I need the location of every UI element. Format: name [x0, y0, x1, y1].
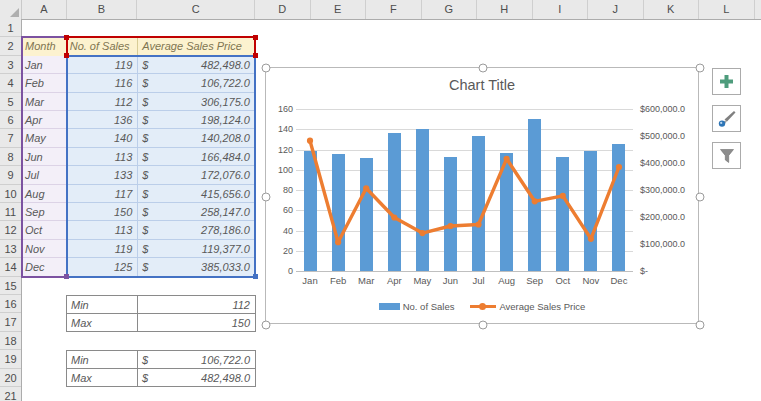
sales-max-value-cell[interactable]: 150: [137, 313, 256, 332]
row-header-13[interactable]: 13: [0, 240, 21, 258]
excel-worksheet: ABCDEFGHIJKL 123456789101112131415161718…: [0, 0, 761, 401]
left-axis-tick: 80: [266, 185, 293, 195]
row-header-17[interactable]: 17: [0, 313, 21, 331]
row-header-11[interactable]: 11: [0, 203, 21, 221]
gridline: [296, 271, 633, 272]
row-header-4[interactable]: 4: [0, 74, 21, 92]
chart-resize-handle[interactable]: [479, 321, 488, 330]
row-header-8[interactable]: 8: [0, 148, 21, 166]
row-header-strip: 123456789101112131415161718192021: [0, 19, 22, 401]
row-header-3[interactable]: 3: [0, 56, 21, 74]
column-header-G[interactable]: G: [422, 0, 478, 19]
x-axis-label: Oct: [548, 275, 577, 286]
combo-chart[interactable]: Chart Title 160140120100806040200 $600,0…: [265, 67, 699, 324]
legend-item-price[interactable]: Average Sales Price: [470, 301, 585, 312]
select-all-corner[interactable]: [0, 0, 22, 19]
chart-title[interactable]: Chart Title: [266, 77, 698, 93]
chart-resize-handle[interactable]: [479, 64, 488, 73]
sales-max-label-cell[interactable]: Max: [66, 313, 138, 332]
chart-styles-button[interactable]: [712, 105, 741, 132]
row-header-15[interactable]: 15: [0, 277, 21, 295]
row-header-21[interactable]: 21: [0, 387, 21, 401]
price-min-label-cell[interactable]: Min: [66, 350, 138, 369]
range-fill-handle[interactable]: [64, 274, 69, 279]
chart-legend[interactable]: No. of Sales Average Sales Price: [266, 301, 698, 312]
legend-item-sales[interactable]: No. of Sales: [379, 301, 455, 312]
row-header-7[interactable]: 7: [0, 129, 21, 147]
range-fill-handle[interactable]: [64, 53, 69, 58]
line-series[interactable]: [296, 109, 633, 271]
range-fill-handle[interactable]: [253, 35, 258, 40]
row-header-20[interactable]: 20: [0, 369, 21, 387]
row-header-6[interactable]: 6: [0, 111, 21, 129]
x-axis-label: Jul: [464, 275, 493, 286]
column-header-D[interactable]: D: [255, 0, 311, 19]
price-max-value-cell[interactable]: $482,498.0: [137, 368, 256, 387]
chart-resize-handle[interactable]: [262, 64, 271, 73]
chart-filters-button[interactable]: [712, 142, 741, 169]
column-header-L[interactable]: L: [699, 0, 755, 19]
plot-area[interactable]: [296, 109, 633, 271]
column-header-C[interactable]: C: [137, 0, 255, 19]
row-header-18[interactable]: 18: [0, 332, 21, 350]
range-fill-handle[interactable]: [253, 274, 258, 279]
row-header-2[interactable]: 2: [0, 37, 21, 55]
right-axis-tick: $100,000.0: [640, 239, 685, 249]
chart-resize-handle[interactable]: [262, 321, 271, 330]
line-series-swatch-icon: [470, 303, 496, 310]
legend-label: No. of Sales: [403, 301, 455, 312]
currency-symbol: $: [142, 351, 148, 369]
left-axis-tick: 60: [266, 205, 293, 215]
row-header-19[interactable]: 19: [0, 350, 21, 368]
right-axis-tick: $-: [640, 266, 648, 276]
funnel-icon: [718, 147, 736, 164]
range-fill-handle[interactable]: [253, 53, 258, 58]
chart-resize-handle[interactable]: [696, 64, 705, 73]
left-axis-tick: 40: [266, 226, 293, 236]
legend-label: Average Sales Price: [499, 301, 585, 312]
chart-resize-handle[interactable]: [696, 192, 705, 201]
row-header-14[interactable]: 14: [0, 258, 21, 276]
brush-icon: [717, 110, 736, 128]
chart-resize-handle[interactable]: [696, 321, 705, 330]
sales-min-label-cell[interactable]: Min: [66, 295, 138, 314]
right-axis-tick: $200,000.0: [640, 212, 685, 222]
right-axis-tick: $500,000.0: [640, 131, 685, 141]
price-min-value-cell[interactable]: $106,722.0: [137, 350, 256, 369]
price-max-label-cell[interactable]: Max: [66, 368, 138, 387]
column-header-F[interactable]: F: [366, 0, 422, 19]
column-header-I[interactable]: I: [533, 0, 589, 19]
left-axis-tick: 100: [266, 165, 293, 175]
right-axis-tick: $400,000.0: [640, 158, 685, 168]
row-header-1[interactable]: 1: [0, 19, 21, 37]
left-axis-tick: 140: [266, 124, 293, 134]
x-axis-label: Mar: [352, 275, 381, 286]
left-axis-tick: 160: [266, 104, 293, 114]
x-axis-label: Jan: [296, 275, 325, 286]
row-header-9[interactable]: 9: [0, 166, 21, 184]
right-axis-tick: $600,000.0: [640, 104, 685, 114]
chart-resize-handle[interactable]: [262, 192, 271, 201]
chart-elements-button[interactable]: [712, 68, 741, 95]
row-header-10[interactable]: 10: [0, 185, 21, 203]
x-axis-label: Sep: [520, 275, 549, 286]
x-axis-label: Jun: [436, 275, 465, 286]
row-header-12[interactable]: 12: [0, 221, 21, 239]
left-axis-tick: 20: [266, 246, 293, 256]
currency-symbol: $: [142, 369, 148, 387]
range-fill-handle[interactable]: [64, 35, 69, 40]
column-header-A[interactable]: A: [22, 0, 67, 19]
left-axis-tick: 0: [266, 266, 293, 276]
column-header-J[interactable]: J: [588, 0, 644, 19]
column-header-K[interactable]: K: [644, 0, 700, 19]
category-range-outline[interactable]: [21, 36, 68, 277]
x-axis-label: Nov: [576, 275, 605, 286]
column-header-H[interactable]: H: [477, 0, 533, 19]
row-header-5[interactable]: 5: [0, 93, 21, 111]
column-header-E[interactable]: E: [311, 0, 367, 19]
row-header-16[interactable]: 16: [0, 295, 21, 313]
sales-min-value-cell[interactable]: 112: [137, 295, 256, 314]
series-name-range-outline[interactable]: [66, 36, 256, 56]
values-range-outline[interactable]: [66, 55, 256, 278]
column-header-B[interactable]: B: [67, 0, 138, 19]
